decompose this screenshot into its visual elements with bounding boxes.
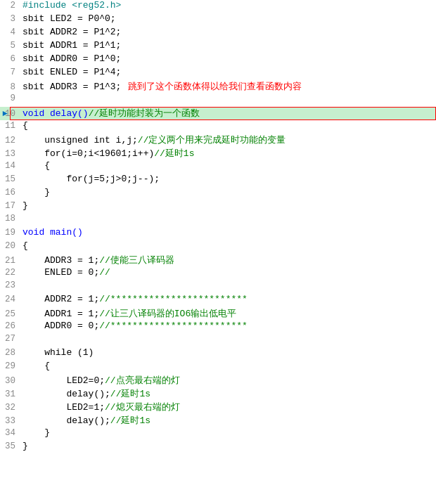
code-line-26: 26 ADDR0 = 0;//************************* — [0, 321, 436, 334]
line-content: delay();//延时1s — [20, 387, 436, 400]
code-line-2: 2#include <reg52.h> — [0, 0, 436, 13]
code-line-33: 33 delay();//延时1s — [0, 414, 436, 427]
line-number: 34 — [0, 428, 20, 438]
line-number: 11 — [0, 121, 20, 131]
line-number: 3 — [0, 14, 20, 24]
line-number: 15 — [0, 174, 20, 184]
line-content: delay();//延时1s — [20, 414, 436, 427]
line-number: 7 — [0, 67, 20, 77]
line-number: 30 — [0, 376, 20, 386]
code-line-22: 22 ENLED = 0;// — [0, 267, 436, 280]
line-number: 31 — [0, 389, 20, 399]
line-number: 24 — [0, 295, 20, 304]
code-line-31: 31 delay();//延时1s — [0, 387, 436, 401]
line-content: { — [20, 160, 436, 171]
line-number: 2 — [0, 1, 20, 11]
line-number: 19 — [0, 228, 20, 238]
line-content: sbit ENLED = P1^4; — [20, 67, 436, 77]
line-content: unsigned int i,j;//定义两个用来完成延时功能的变量 — [20, 134, 436, 146]
line-number: 33 — [0, 416, 20, 426]
code-line-4: 4sbit ADDR2 = P1^2; — [0, 27, 436, 40]
code-line-6: 6sbit ADDR0 = P1^0; — [0, 53, 436, 67]
line-content: } — [20, 441, 436, 451]
code-line-25: 25 ADDR1 = 1;//让三八译码器的IO6输出低电平 — [0, 307, 436, 321]
code-line-11: 11{ — [0, 120, 436, 134]
code-line-17: 17} — [0, 200, 436, 214]
code-line-32: 32 LED2=1;//熄灭最右端的灯 — [0, 401, 436, 414]
line-content: for(i=0;i<19601;i++)//延时1s — [20, 147, 436, 160]
line-content: } — [20, 187, 436, 198]
line-content: } — [20, 427, 436, 438]
line-number: 4 — [0, 27, 20, 37]
line-number: 23 — [0, 280, 20, 290]
line-content: ENLED = 0;// — [20, 267, 436, 278]
code-line-18: 18 — [0, 214, 436, 227]
line-number: 13 — [0, 149, 20, 159]
code-line-12: 12 unsigned int i,j;//定义两个用来完成延时功能的变量 — [0, 134, 436, 147]
line-number: 28 — [0, 348, 20, 358]
line-number: 25 — [0, 309, 20, 319]
line-number: 27 — [0, 334, 20, 344]
line-content: void main() — [20, 227, 436, 238]
line-number: 20 — [0, 241, 20, 251]
code-line-35: 35} — [0, 441, 436, 454]
line-content: sbit ADDR2 = P1^2; — [20, 27, 436, 37]
line-content: sbit LED2 = P0^0; — [20, 13, 436, 24]
line-number: 21 — [0, 256, 20, 266]
line-number: 16 — [0, 188, 20, 198]
line-number: 18 — [0, 214, 20, 224]
code-line-10: ►10void delay()//延时功能封装为一个函数 — [0, 107, 436, 120]
code-line-30: 30 LED2=0;//点亮最右端的灯 — [0, 374, 436, 387]
line-content: for(j=5;j>0;j--); — [20, 174, 436, 184]
code-editor: 2#include <reg52.h>3sbit LED2 = P0^0;4sb… — [0, 0, 436, 504]
line-number: 32 — [0, 403, 20, 413]
code-line-23: 23 — [0, 280, 436, 294]
line-number: 26 — [0, 321, 20, 331]
line-content: while (1) — [20, 347, 436, 358]
line-content: sbit ADDR1 = P1^1; — [20, 40, 436, 51]
line-number: 6 — [0, 54, 20, 64]
code-line-29: 29 { — [0, 361, 436, 374]
line-number: 22 — [0, 268, 20, 278]
line-content: { — [20, 240, 436, 251]
line-content: sbit ADDR3 = P1^3;跳到了这个函数体得以给我们查看函数内容 — [20, 80, 436, 93]
code-line-15: 15 for(j=5;j>0;j--); — [0, 174, 436, 187]
code-line-13: 13 for(i=0;i<19601;i++)//延时1s — [0, 147, 436, 160]
line-number: 12 — [0, 136, 20, 146]
annotation-text: 跳到了这个函数体得以给我们查看函数内容 — [128, 82, 302, 92]
line-number: 29 — [0, 361, 20, 371]
line-content: ADDR1 = 1;//让三八译码器的IO6输出低电平 — [20, 307, 436, 320]
code-line-3: 3sbit LED2 = P0^0; — [0, 13, 436, 27]
code-line-9: 9 — [0, 93, 436, 107]
line-content: sbit ADDR0 = P1^0; — [20, 53, 436, 64]
line-content: } — [20, 200, 436, 211]
line-content: { — [20, 120, 436, 131]
code-line-7: 7sbit ENLED = P1^4; — [0, 67, 436, 80]
debug-arrow-icon: ► — [0, 107, 10, 120]
code-line-34: 34 } — [0, 427, 436, 441]
code-line-21: 21 ADDR3 = 1;//使能三八译码器 — [0, 254, 436, 267]
line-content: ADDR3 = 1;//使能三八译码器 — [20, 254, 436, 266]
code-line-16: 16 } — [0, 187, 436, 200]
code-line-24: 24 ADDR2 = 1;//************************* — [0, 294, 436, 307]
line-content: void delay()//延时功能封装为一个函数 — [20, 107, 436, 119]
line-content: LED2=0;//点亮最右端的灯 — [20, 374, 436, 387]
line-content: ADDR0 = 0;//************************* — [20, 321, 436, 331]
code-line-5: 5sbit ADDR1 = P1^1; — [0, 40, 436, 53]
code-line-14: 14 { — [0, 160, 436, 174]
code-line-28: 28 while (1) — [0, 347, 436, 361]
line-content: ADDR2 = 1;//************************* — [20, 294, 436, 304]
code-line-27: 27 — [0, 334, 436, 347]
line-number: 9 — [0, 93, 20, 103]
line-number: 17 — [0, 201, 20, 211]
line-number: 14 — [0, 161, 20, 171]
code-line-20: 20{ — [0, 240, 436, 254]
code-line-19: 19void main() — [0, 227, 436, 240]
line-content: LED2=1;//熄灭最右端的灯 — [20, 401, 436, 413]
line-number: 35 — [0, 441, 20, 451]
line-number: 8 — [0, 82, 20, 92]
line-number: 5 — [0, 41, 20, 51]
code-line-8: 8sbit ADDR3 = P1^3;跳到了这个函数体得以给我们查看函数内容 — [0, 80, 436, 93]
line-content: { — [20, 361, 436, 371]
line-content: #include <reg52.h> — [20, 0, 436, 11]
